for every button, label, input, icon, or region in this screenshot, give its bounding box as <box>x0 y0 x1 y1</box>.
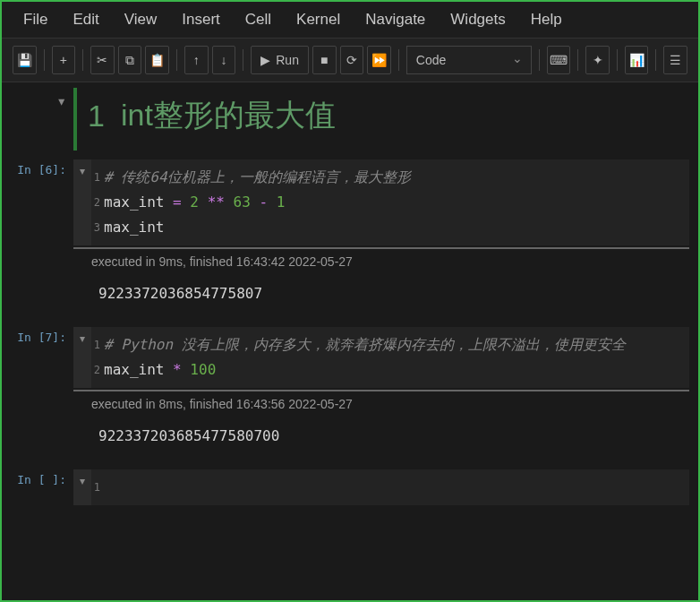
heading-cell[interactable]: ▾ 1 int整形的最大值 <box>2 88 698 150</box>
code-input[interactable]: ▾1 <box>73 469 689 505</box>
heading-title: int整形的最大值 <box>121 95 336 136</box>
chart-button[interactable]: 📊 <box>625 46 649 74</box>
heading-number: 1 <box>88 99 105 133</box>
line-content: # Python 没有上限，内存多大，就奔着挤爆内存去的，上限不溢出，使用更安全 <box>104 332 689 357</box>
stop-button[interactable]: ■ <box>312 46 337 74</box>
restart-icon: ⟳ <box>346 53 357 67</box>
scissors-icon: ✂ <box>97 53 107 67</box>
code-cell[interactable]: In [ ]:▾1 <box>2 469 698 505</box>
collapse-toggle[interactable]: ▾ <box>73 327 91 388</box>
list-icon: ☰ <box>670 53 681 67</box>
run-button[interactable]: ▶Run <box>251 46 309 74</box>
code-lines[interactable]: 1 <box>91 469 689 505</box>
add-cell-button[interactable]: + <box>52 46 76 74</box>
line-content: max_int <box>104 215 689 240</box>
move-down-button[interactable]: ↓ <box>212 46 236 74</box>
menubar: File Edit View Insert Cell Kernel Naviga… <box>2 2 698 39</box>
code-line: 1 <box>91 475 689 500</box>
notebook-container: ▾ 1 int整形的最大值 In [6]:▾1# 传统64位机器上，一般的编程语… <box>2 82 698 505</box>
menu-widgets[interactable]: Widgets <box>438 5 517 34</box>
code-lines[interactable]: 1# Python 没有上限，内存多大，就奔着挤爆内存去的，上限不溢出，使用更安… <box>91 327 689 388</box>
arrow-down-icon: ↓ <box>221 53 227 67</box>
keyboard-icon: ⌨ <box>550 53 568 67</box>
menu-edit[interactable]: Edit <box>60 5 111 34</box>
menu-kernel[interactable]: Kernel <box>284 5 353 34</box>
fast-forward-button[interactable]: ⏩ <box>367 46 391 74</box>
cell-prompt: In [ ]: <box>2 469 73 505</box>
line-number: 1 <box>91 332 104 357</box>
fast-forward-icon: ⏩ <box>371 53 387 67</box>
collapse-toggle[interactable]: ▾ <box>73 469 91 505</box>
code-line: 3max_int <box>91 215 689 240</box>
execution-info: executed in 9ms, finished 16:43:42 2022-… <box>73 247 689 274</box>
execution-info: executed in 8ms, finished 16:43:56 2022-… <box>73 390 689 417</box>
copy-button[interactable]: ⧉ <box>118 46 142 74</box>
play-icon: ▶ <box>260 53 270 67</box>
code-input[interactable]: ▾1# 传统64位机器上，一般的编程语言，最大整形2max_int = 2 **… <box>73 159 689 245</box>
cell-output: 922337203685477580700 <box>73 417 689 460</box>
code-line: 2max_int = 2 ** 63 - 1 <box>91 190 689 215</box>
line-number: 2 <box>91 190 104 215</box>
line-content <box>104 475 689 500</box>
paste-button[interactable]: 📋 <box>145 46 169 74</box>
heading-body: 1 int整形的最大值 <box>73 88 698 150</box>
variable-inspector-button[interactable]: ✦ <box>585 46 610 74</box>
code-cell[interactable]: In [7]:▾1# Python 没有上限，内存多大，就奔着挤爆内存去的，上限… <box>2 327 698 460</box>
line-content: max_int = 2 ** 63 - 1 <box>104 190 689 215</box>
menu-file[interactable]: File <box>11 5 60 34</box>
code-input[interactable]: ▾1# Python 没有上限，内存多大，就奔着挤爆内存去的，上限不溢出，使用更… <box>73 327 689 388</box>
code-lines[interactable]: 1# 传统64位机器上，一般的编程语言，最大整形2max_int = 2 ** … <box>91 159 689 245</box>
cell-body: ▾1# 传统64位机器上，一般的编程语言，最大整形2max_int = 2 **… <box>73 159 698 318</box>
code-line: 1# Python 没有上限，内存多大，就奔着挤爆内存去的，上限不溢出，使用更安… <box>91 332 689 357</box>
menu-view[interactable]: View <box>112 5 170 34</box>
line-content: max_int * 100 <box>104 357 689 383</box>
chart-icon: 📊 <box>629 53 645 67</box>
line-number: 3 <box>91 215 104 240</box>
line-content: # 传统64位机器上，一般的编程语言，最大整形 <box>104 165 689 190</box>
save-icon: 💾 <box>17 53 32 67</box>
code-line: 1# 传统64位机器上，一般的编程语言，最大整形 <box>91 165 689 190</box>
chevron-down-icon[interactable]: ▾ <box>56 91 66 110</box>
copy-icon: ⧉ <box>125 53 134 68</box>
paste-icon: 📋 <box>149 53 165 67</box>
menu-insert[interactable]: Insert <box>169 5 233 34</box>
code-line: 2max_int * 100 <box>91 357 689 383</box>
target-icon: ✦ <box>593 53 603 67</box>
menu-help[interactable]: Help <box>518 5 575 34</box>
cell-output: 9223372036854775807 <box>73 274 689 318</box>
cell-prompt: In [7]: <box>2 327 73 460</box>
line-number: 1 <box>91 165 104 190</box>
run-label: Run <box>276 53 299 67</box>
stop-icon: ■ <box>320 53 328 67</box>
arrow-up-icon: ↑ <box>193 53 200 67</box>
line-number: 1 <box>91 475 104 500</box>
plus-icon: + <box>60 53 67 67</box>
cell-body: ▾1 <box>73 469 698 505</box>
cell-prompt: In [6]: <box>2 159 73 318</box>
menu-navigate[interactable]: Navigate <box>353 5 438 34</box>
code-cell[interactable]: In [6]:▾1# 传统64位机器上，一般的编程语言，最大整形2max_int… <box>2 159 698 318</box>
cell-body: ▾1# Python 没有上限，内存多大，就奔着挤爆内存去的，上限不溢出，使用更… <box>73 327 698 460</box>
cut-button[interactable]: ✂ <box>90 46 115 74</box>
heading-prompt: ▾ <box>2 88 73 150</box>
keyboard-button[interactable]: ⌨ <box>547 46 571 74</box>
collapse-toggle[interactable]: ▾ <box>73 159 91 245</box>
line-number: 2 <box>91 357 104 383</box>
menu-cell[interactable]: Cell <box>233 5 284 34</box>
list-button[interactable]: ☰ <box>663 46 687 74</box>
save-button[interactable]: 💾 <box>13 46 37 74</box>
toolbar: 💾 + ✂ ⧉ 📋 ↑ ↓ ▶Run ■ ⟳ ⏩ Code ⌨ ✦ 📊 ☰ <box>2 39 698 82</box>
cell-type-select[interactable]: Code <box>406 46 532 74</box>
restart-button[interactable]: ⟳ <box>340 46 364 74</box>
move-up-button[interactable]: ↑ <box>184 46 209 74</box>
